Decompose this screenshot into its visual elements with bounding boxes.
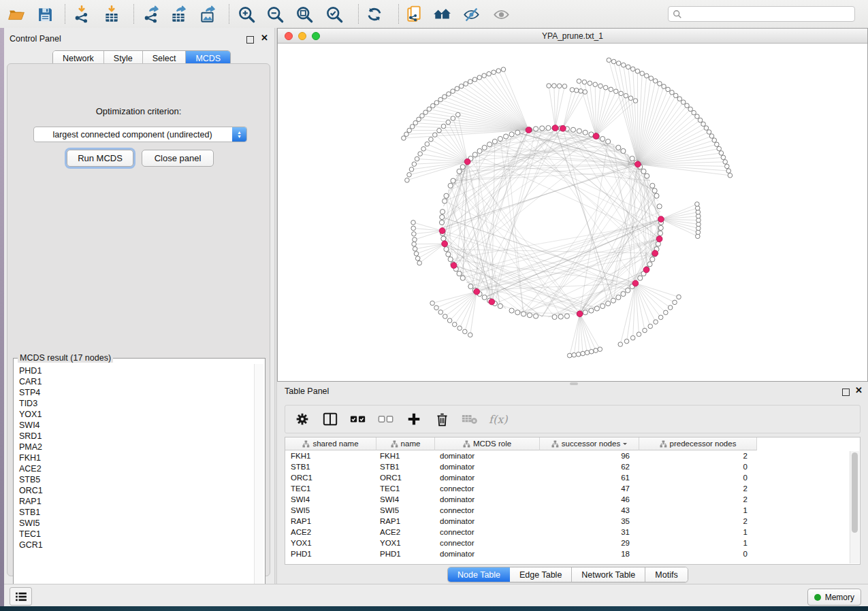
table-row[interactable]: ORC1 ORC1 dominator 61 0 — [285, 472, 860, 483]
mcds-result-item[interactable]: YOX1 — [19, 409, 254, 420]
attribute-type-icon — [302, 440, 310, 448]
select-all-button[interactable] — [349, 410, 367, 428]
export-image-button[interactable] — [198, 5, 217, 24]
show-column-button[interactable] — [321, 410, 339, 428]
table-scrollbar-thumb[interactable] — [852, 452, 858, 533]
cell-name: RAP1 — [376, 517, 435, 525]
task-history-button[interactable] — [10, 587, 32, 606]
cell-predecessor-nodes: 2 — [639, 495, 757, 503]
node-table: shared name name MCDS role successor nod… — [285, 437, 861, 565]
apply-layout-button[interactable] — [365, 5, 384, 24]
table-row[interactable]: YOX1 YOX1 connector 29 1 — [285, 538, 860, 548]
column-header-predecessor-nodes[interactable]: predecessor nodes — [639, 437, 757, 450]
sort-descending-icon — [623, 443, 627, 447]
import-network-button[interactable] — [72, 5, 91, 24]
zoom-out-button[interactable] — [266, 5, 285, 24]
mcds-result-item[interactable]: SWI4 — [19, 420, 254, 431]
network-window-titlebar[interactable]: YPA_prune.txt_1 — [278, 29, 867, 44]
dominator-node — [474, 288, 480, 295]
search-input[interactable] — [682, 9, 854, 20]
cell-predecessor-nodes: 0 — [639, 463, 757, 471]
tab-edge-table[interactable]: Edge Table — [510, 567, 572, 582]
column-header-MCDS-role[interactable]: MCDS role — [435, 437, 540, 450]
mcds-result-item[interactable]: TID3 — [19, 398, 254, 409]
zoom-in-button[interactable] — [237, 5, 256, 24]
function-builder-button[interactable]: f(x) — [489, 413, 507, 426]
zoom-fit-button[interactable] — [295, 5, 314, 24]
mcds-result-item[interactable]: STP4 — [19, 387, 254, 398]
delete-table-button[interactable] — [461, 410, 479, 428]
delete-column-button[interactable] — [433, 410, 451, 428]
mcds-result-item[interactable]: TEC1 — [19, 529, 254, 540]
export-network-button[interactable] — [142, 5, 161, 24]
cell-mcds-role: dominator — [435, 463, 540, 471]
table-row[interactable]: SWI4 SWI4 dominator 46 2 — [285, 494, 860, 505]
memory-button[interactable]: Memory — [807, 589, 861, 606]
tab-motifs[interactable]: Motifs — [645, 567, 687, 582]
mcds-result-title: MCDS result (17 nodes) — [18, 353, 113, 363]
status-bar: Memory — [4, 584, 868, 606]
cell-successor-nodes: 61 — [540, 474, 639, 482]
mcds-result-item[interactable]: SWI5 — [19, 518, 254, 529]
close-table-panel-icon[interactable]: ✕ — [855, 385, 863, 396]
optimization-criterion-select[interactable]: largest connected component (undirected)… — [33, 127, 247, 142]
cell-mcds-role: dominator — [435, 495, 540, 503]
mcds-list-scrollbar[interactable] — [254, 364, 263, 604]
open-app-store-button[interactable] — [432, 5, 451, 24]
hide-panels-button[interactable] — [462, 5, 481, 24]
table-header-row: shared name name MCDS role successor nod… — [285, 437, 757, 450]
table-row[interactable]: PHD1 PHD1 dominator 18 0 — [285, 548, 860, 559]
eye-slash-icon — [462, 5, 481, 24]
horizontal-splitter-handle[interactable] — [570, 382, 578, 385]
table-settings-button[interactable] — [293, 410, 311, 428]
mcds-result-item[interactable]: ORC1 — [19, 485, 254, 496]
unchecked-boxes-icon — [378, 411, 394, 427]
mcds-result-item[interactable]: CAR1 — [19, 376, 254, 387]
table-row[interactable]: SWI5 SWI5 connector 43 1 — [285, 505, 860, 516]
export-table-button[interactable] — [169, 5, 188, 24]
table-scrollbar[interactable] — [850, 451, 859, 563]
zoom-selected-button[interactable] — [325, 5, 344, 24]
add-column-button[interactable] — [405, 410, 423, 428]
import-table-button[interactable] — [102, 5, 121, 24]
deselect-all-button[interactable] — [377, 410, 395, 428]
close-panel-button[interactable]: Close panel — [142, 150, 214, 167]
column-header-name[interactable]: name — [376, 437, 435, 450]
dominator-node — [451, 263, 457, 269]
table-row[interactable]: ACE2 ACE2 connector 31 1 — [285, 527, 860, 538]
mcds-result-item[interactable]: ACE2 — [19, 463, 254, 474]
run-mcds-button[interactable]: Run MCDS — [67, 150, 133, 167]
table-row[interactable]: RAP1 RAP1 dominator 35 2 — [285, 516, 860, 527]
network-export-icon — [142, 5, 160, 23]
mcds-result-item[interactable]: RAP1 — [19, 496, 254, 507]
save-session-button[interactable] — [35, 5, 54, 24]
network-canvas[interactable] — [278, 44, 867, 381]
tab-node-table[interactable]: Node Table — [448, 567, 510, 582]
column-header-shared-name[interactable]: shared name — [285, 437, 376, 450]
export-to-web-button[interactable] — [404, 5, 423, 24]
mcds-result-item[interactable]: STB1 — [19, 507, 254, 518]
show-panels-button[interactable] — [492, 5, 511, 24]
mcds-result-item[interactable]: PMA2 — [19, 442, 254, 452]
control-panel-title: Control Panel — [10, 34, 61, 44]
float-table-panel-icon[interactable] — [842, 389, 850, 396]
cytoscape-app: Control Panel ✕ NetworkStyleSelectMCDS O… — [0, 0, 868, 611]
column-header-successor-nodes[interactable]: successor nodes — [540, 437, 639, 450]
mcds-result-item[interactable]: FKH1 — [19, 452, 254, 463]
table-row[interactable]: TEC1 TEC1 connector 47 2 — [285, 483, 860, 494]
table-row[interactable]: FKH1 FKH1 dominator 96 2 — [285, 450, 860, 461]
float-panel-icon[interactable] — [246, 36, 254, 44]
attribute-type-icon — [391, 440, 398, 448]
column-header-label: successor nodes — [562, 440, 620, 448]
search-field[interactable] — [668, 6, 855, 22]
tab-network-table[interactable]: Network Table — [572, 567, 645, 582]
cell-name: YOX1 — [376, 539, 435, 547]
mcds-result-item[interactable]: PHD1 — [19, 365, 254, 376]
mcds-result-item[interactable]: STB5 — [19, 474, 254, 485]
table-row[interactable]: STB1 STB1 dominator 62 0 — [285, 461, 860, 472]
mcds-result-item[interactable]: SRD1 — [19, 431, 254, 442]
attribute-type-icon — [551, 440, 559, 448]
mcds-result-item[interactable]: GCR1 — [19, 540, 254, 550]
open-session-button[interactable] — [7, 5, 26, 24]
close-panel-icon[interactable]: ✕ — [261, 33, 268, 44]
